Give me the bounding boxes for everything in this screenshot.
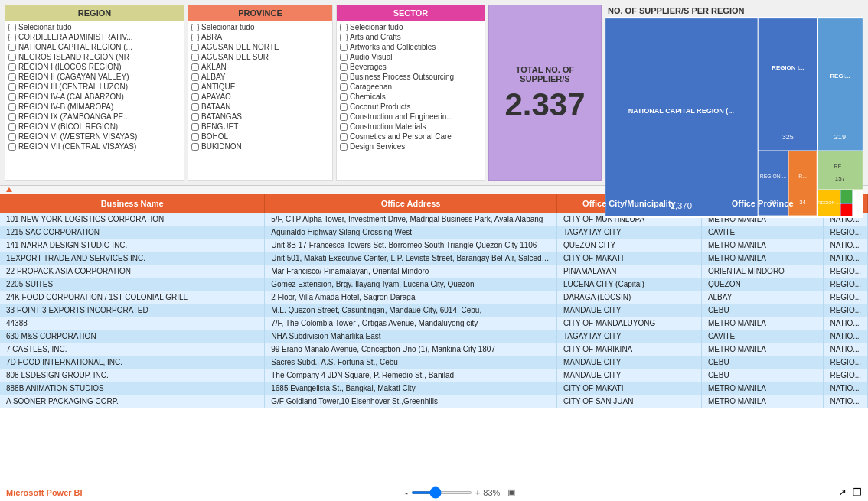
filter-checkbox[interactable]	[191, 54, 199, 61]
filter-checkbox[interactable]	[8, 63, 16, 71]
list-item[interactable]: Audio Visual	[340, 52, 481, 62]
treemap-ncr[interactable]	[605, 18, 757, 216]
filter-checkbox[interactable]	[340, 133, 348, 141]
list-item[interactable]: BATANGAS	[191, 112, 329, 122]
filter-checkbox[interactable]	[340, 63, 348, 71]
filter-checkbox[interactable]	[340, 54, 348, 61]
table-row[interactable]: 2205 SUITESGomez Extension, Brgy. Ilayan…	[0, 278, 868, 291]
list-item[interactable]: Arts and Crafts	[340, 32, 481, 42]
filter-checkbox[interactable]	[191, 133, 199, 141]
filter-checkbox[interactable]	[8, 73, 16, 81]
province-filter-body[interactable]: Selecionar tudoABRAAGUSAN DEL NORTEAGUSA…	[188, 21, 332, 180]
list-item[interactable]: NATIONAL CAPITAL REGION (...	[8, 42, 181, 52]
share-icon[interactable]: ↗	[838, 486, 847, 498]
list-item[interactable]: REGION II (CAGAYAN VALLEY)	[8, 72, 181, 82]
list-item[interactable]: Artworks and Collectibles	[340, 42, 481, 52]
list-item[interactable]: CORDILLERA ADMINISTRATIV...	[8, 32, 181, 42]
powerbi-link[interactable]: Microsoft Power BI	[6, 488, 83, 497]
list-item[interactable]: REGION V (BICOL REGION)	[8, 122, 181, 132]
list-item[interactable]: BENGUET	[191, 122, 329, 132]
expand-icon[interactable]: ❐	[853, 486, 862, 498]
list-item[interactable]: Construction Materials	[340, 122, 481, 132]
list-item[interactable]: REGION IV-A (CALABARZON)	[8, 92, 181, 102]
sector-filter-body[interactable]: Selecionar tudoArts and CraftsArtworks a…	[337, 21, 485, 180]
list-item[interactable]: REGION IX (ZAMBOANGA PE...	[8, 112, 181, 122]
list-item[interactable]: AKLAN	[191, 62, 329, 72]
list-item[interactable]: REGION VI (WESTERN VISAYAS)	[8, 132, 181, 142]
list-item[interactable]: Cosmetics and Personal Care	[340, 132, 481, 142]
list-item[interactable]: REGION I (ILOCOS REGION)	[8, 62, 181, 72]
list-item[interactable]: Chemicals	[340, 92, 481, 102]
filter-checkbox[interactable]	[340, 143, 348, 151]
list-item[interactable]: APAYAO	[191, 92, 329, 102]
treemap-regi[interactable]	[818, 18, 863, 150]
filter-checkbox[interactable]	[340, 93, 348, 101]
filter-checkbox[interactable]	[191, 93, 199, 101]
treemap-re-green[interactable]	[818, 151, 863, 190]
list-item[interactable]: Carageenan	[340, 82, 481, 92]
table-row[interactable]: 7 CASTLES, INC.99 Erano Manalo Avenue, C…	[0, 343, 868, 356]
filter-checkbox[interactable]	[191, 24, 199, 31]
treemap-region1[interactable]	[759, 18, 817, 150]
filter-checkbox[interactable]	[8, 103, 16, 111]
filter-checkbox[interactable]	[191, 113, 199, 121]
table-row[interactable]: 808 LSDESIGN GROUP, INC.The Company 4 JD…	[0, 369, 868, 382]
filter-checkbox[interactable]	[8, 44, 16, 51]
table-row[interactable]: 1EXPORT TRADE AND SERVICES INC.Unit 501,…	[0, 252, 868, 265]
filter-checkbox[interactable]	[340, 44, 348, 51]
table-row[interactable]: 33 POINT 3 EXPORTS INCORPORATEDM.L. Quez…	[0, 304, 868, 317]
list-item[interactable]: Beverages	[340, 62, 481, 72]
table-row[interactable]: 888B ANIMATION STUDIOS1685 Evangelista S…	[0, 382, 868, 395]
zoom-minus[interactable]: -	[405, 488, 408, 497]
table-row[interactable]: A SOONER PACKAGING CORP.G/F Goldland Tow…	[0, 395, 868, 408]
list-item[interactable]: REGION VII (CENTRAL VISAYAS)	[8, 142, 181, 151]
filter-checkbox[interactable]	[340, 83, 348, 91]
col-province[interactable]: Office Province	[701, 194, 824, 213]
list-item[interactable]: BUKIDNON	[191, 142, 329, 151]
table-row[interactable]: 141 NARRA DESIGN STUDIO INC.Unit 8B 17 F…	[0, 239, 868, 252]
list-item[interactable]: Coconut Products	[340, 102, 481, 112]
list-item[interactable]: BOHOL	[191, 132, 329, 142]
filter-checkbox[interactable]	[191, 44, 199, 51]
col-business-name[interactable]: Business Name	[0, 194, 265, 213]
filter-checkbox[interactable]	[191, 34, 199, 41]
list-item[interactable]: Design Services	[340, 142, 481, 151]
table-row[interactable]: 22 PROPACK ASIA CORPORATIONMar Francisco…	[0, 265, 868, 278]
filter-checkbox[interactable]	[340, 123, 348, 131]
filter-checkbox[interactable]	[8, 83, 16, 91]
col-extra[interactable]	[824, 194, 868, 213]
table-row[interactable]: 1215 SAC CORPORATIONAguinaldo Highway Si…	[0, 226, 868, 239]
filter-checkbox[interactable]	[8, 113, 16, 121]
filter-checkbox[interactable]	[191, 73, 199, 81]
list-item[interactable]: Selecionar tudo	[8, 22, 181, 32]
list-item[interactable]: ABRA	[191, 32, 329, 42]
list-item[interactable]: Business Process Outsourcing	[340, 72, 481, 82]
filter-checkbox[interactable]	[191, 83, 199, 91]
zoom-slider[interactable]	[411, 491, 472, 494]
filter-checkbox[interactable]	[191, 123, 199, 131]
filter-checkbox[interactable]	[191, 143, 199, 151]
filter-checkbox[interactable]	[8, 54, 16, 61]
table-row[interactable]: 630 M&S CORPORATIONNHA Subdivision Mahar…	[0, 330, 868, 343]
list-item[interactable]: REGION III (CENTRAL LUZON)	[8, 82, 181, 92]
filter-checkbox[interactable]	[340, 24, 348, 31]
list-item[interactable]: BATAAN	[191, 102, 329, 112]
list-item[interactable]: Construction and Engineerin...	[340, 112, 481, 122]
filter-checkbox[interactable]	[8, 24, 16, 31]
filter-checkbox[interactable]	[8, 133, 16, 141]
list-item[interactable]: ALBAY	[191, 72, 329, 82]
list-item[interactable]: REGION IV-B (MIMAROPA)	[8, 102, 181, 112]
filter-checkbox[interactable]	[340, 34, 348, 41]
table-row[interactable]: 7D FOOD INTERNATIONAL, INC.Sacres Subd.,…	[0, 356, 868, 369]
col-office-address[interactable]: Office Address	[265, 194, 557, 213]
table-wrapper[interactable]: Business Name Office Address Office City…	[0, 194, 868, 483]
filter-checkbox[interactable]	[340, 113, 348, 121]
list-item[interactable]: AGUSAN DEL SUR	[191, 52, 329, 62]
filter-checkbox[interactable]	[8, 34, 16, 41]
region-filter-body[interactable]: Selecionar tudoCORDILLERA ADMINISTRATIV.…	[5, 21, 184, 180]
filter-checkbox[interactable]	[191, 63, 199, 71]
treemap-container[interactable]: NATIONAL CAPITAL REGION (... 1,370 1,370…	[605, 17, 863, 218]
table-row[interactable]: 24K FOOD CORPORATION / 1ST COLONIAL GRIL…	[0, 291, 868, 304]
filter-checkbox[interactable]	[340, 103, 348, 111]
list-item[interactable]: Selecionar tudo	[340, 22, 481, 32]
